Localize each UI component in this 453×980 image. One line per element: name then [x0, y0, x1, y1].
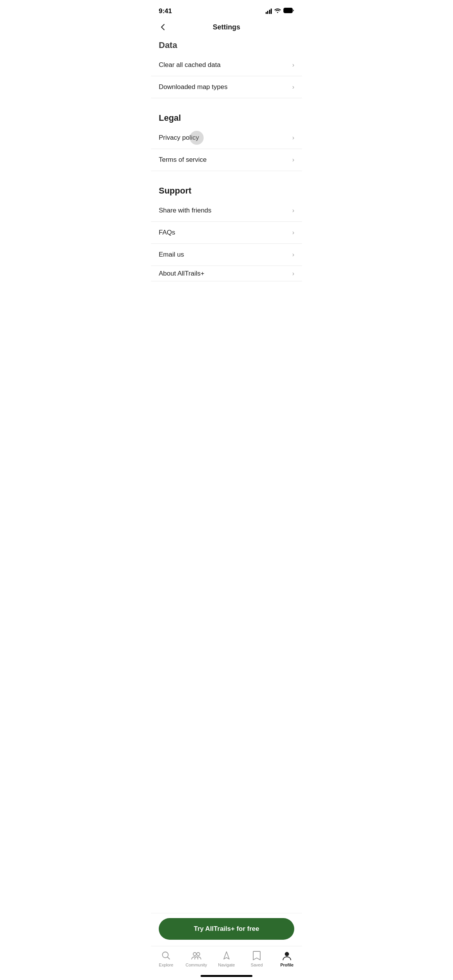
terms-of-service-item[interactable]: Terms of service › — [151, 149, 302, 171]
home-indicator-bar — [201, 975, 252, 977]
about-alltrails-item[interactable]: About AllTrails+ › — [151, 266, 302, 281]
about-alltrails-label: About AllTrails+ — [159, 270, 204, 278]
legal-section-title: Legal — [159, 113, 181, 123]
profile-nav-label: Profile — [280, 963, 293, 967]
page: 9:41 — [151, 0, 302, 980]
profile-icon — [281, 950, 292, 961]
cta-container: Try AllTrails+ for free — [151, 913, 302, 946]
back-button[interactable] — [159, 23, 167, 31]
support-section-header: Support — [151, 179, 302, 200]
home-indicator — [151, 975, 302, 980]
saved-nav-label: Saved — [251, 963, 263, 967]
svg-point-4 — [197, 953, 200, 956]
downloaded-map-types-item[interactable]: Downloaded map types › — [151, 76, 302, 98]
chevron-right-icon: › — [292, 251, 294, 258]
support-section: Share with friends › FAQs › Email us › A… — [151, 200, 302, 281]
chevron-right-icon: › — [292, 84, 294, 91]
alltrails-plus-button[interactable]: Try AllTrails+ for free — [159, 918, 294, 940]
support-section-title: Support — [159, 186, 191, 195]
clear-cached-data-item[interactable]: Clear all cached data › — [151, 54, 302, 76]
content-area: Data Clear all cached data › Downloaded … — [151, 37, 302, 913]
svg-point-3 — [193, 953, 196, 956]
faqs-item[interactable]: FAQs › — [151, 222, 302, 244]
status-icons — [266, 8, 295, 15]
status-bar: 9:41 — [151, 0, 302, 17]
wifi-icon — [274, 8, 281, 15]
data-section-header: Data — [151, 37, 302, 54]
battery-icon — [283, 8, 294, 15]
email-us-label: Email us — [159, 251, 184, 259]
terms-of-service-label: Terms of service — [159, 156, 207, 164]
nav-item-navigate[interactable]: Navigate — [211, 950, 242, 967]
svg-rect-1 — [284, 9, 292, 12]
chevron-right-icon: › — [292, 134, 294, 141]
chevron-right-icon: › — [292, 156, 294, 163]
chevron-right-icon: › — [292, 207, 294, 214]
navigate-nav-label: Navigate — [218, 963, 235, 967]
page-title: Settings — [213, 23, 240, 31]
chevron-right-icon: › — [292, 229, 294, 236]
email-us-item[interactable]: Email us › — [151, 244, 302, 266]
nav-item-community[interactable]: Community — [181, 950, 211, 967]
svg-point-5 — [285, 952, 289, 956]
downloaded-map-types-label: Downloaded map types — [159, 83, 228, 91]
signal-icon — [266, 9, 272, 14]
status-time: 9:41 — [159, 7, 172, 15]
data-section-title: Data — [159, 40, 177, 50]
header: Settings — [151, 17, 302, 37]
legal-section: Privacy policy › Terms of service › — [151, 127, 302, 171]
chevron-right-icon: › — [292, 62, 294, 69]
faqs-label: FAQs — [159, 229, 175, 236]
nav-item-profile[interactable]: Profile — [272, 950, 302, 967]
privacy-policy-label: Privacy policy — [159, 134, 199, 142]
share-with-friends-label: Share with friends — [159, 207, 211, 214]
legal-section-header: Legal — [151, 106, 302, 127]
community-icon — [191, 950, 202, 961]
data-section: Clear all cached data › Downloaded map t… — [151, 54, 302, 98]
chevron-right-icon: › — [292, 270, 294, 277]
clear-cached-data-label: Clear all cached data — [159, 61, 221, 69]
explore-nav-label: Explore — [159, 963, 173, 967]
community-nav-label: Community — [185, 963, 207, 967]
share-with-friends-item[interactable]: Share with friends › — [151, 200, 302, 222]
privacy-policy-item[interactable]: Privacy policy › — [151, 127, 302, 149]
explore-icon — [161, 950, 172, 961]
bottom-nav: Explore Community Navigate — [151, 946, 302, 975]
nav-item-saved[interactable]: Saved — [242, 950, 272, 967]
navigate-icon — [221, 950, 232, 961]
saved-icon — [251, 950, 262, 961]
nav-item-explore[interactable]: Explore — [151, 950, 181, 967]
